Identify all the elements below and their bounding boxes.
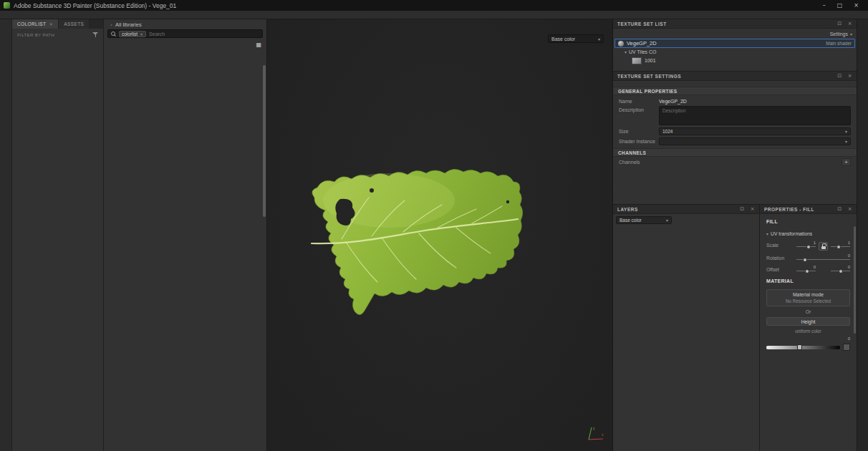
properties-panel: PROPERTIES - FILL ⊡ × FILL ▾ UV transfor… (760, 205, 857, 451)
filter-by-path-row: FILTER BY PATH (12, 29, 103, 39)
channels-header: CHANNELS (613, 148, 857, 157)
float-panel-icon[interactable]: ⊡ (837, 73, 842, 79)
search-filter-chip[interactable]: colorlist × (119, 31, 146, 37)
channels-label-row: Channels + (613, 157, 857, 168)
chevron-down-icon: ▾ (850, 31, 852, 37)
layers-toolbar: Base color ▾ (613, 214, 759, 226)
tab-assets-label: ASSETS (64, 21, 84, 26)
rotation-label: Rotation (766, 256, 794, 261)
or-label: Or (766, 309, 850, 314)
height-gradient-slider[interactable] (766, 346, 840, 349)
offset-y-slider[interactable] (831, 271, 850, 271)
search-placeholder: Search (149, 31, 165, 37)
uv-tiles-group[interactable]: ▾ UV Tiles CO (613, 48, 857, 56)
chip-close-icon[interactable]: × (140, 31, 143, 37)
tool-strip (0, 19, 12, 451)
texture-set-list-header: TEXTURE SET LIST ⊡ × (613, 19, 857, 29)
height-slider-value[interactable]: 0 (766, 336, 850, 341)
viewport-channel-select[interactable]: Base color ▾ (548, 34, 604, 43)
colorlist-panel: COLORLIST × ASSETS FILTER BY PATH (12, 19, 104, 451)
general-properties-form: Name VegeGP_2D Description Description S… (613, 95, 857, 147)
general-properties-header: GENERAL PROPERTIES (613, 87, 857, 95)
uv-transformations-toggle[interactable]: ▾ UV transformations (766, 230, 850, 236)
viewport-toolbar (267, 19, 612, 31)
texture-set-toolbar: Settings ▾ (613, 29, 857, 39)
layers-channel-select[interactable]: Base color ▾ (616, 216, 672, 224)
description-field[interactable]: Description (659, 106, 851, 125)
offset-x-slider[interactable] (796, 271, 816, 271)
float-panel-icon[interactable]: ⊡ (837, 206, 842, 212)
chip-label: colorlist (122, 31, 138, 37)
tab-colorlist[interactable]: COLORLIST × (12, 19, 59, 29)
scale-y-value[interactable]: 1 (831, 241, 850, 245)
app-window: Adobe Substance 3D Painter (Substance Ed… (0, 0, 868, 451)
svg-text:y: y (593, 426, 595, 430)
uniform-color-label: uniform color (766, 329, 850, 334)
close-button[interactable]: × (854, 2, 859, 9)
size-select[interactable]: 1024 ▾ (659, 127, 851, 135)
scale-lock-button[interactable] (819, 242, 828, 251)
texture-set-settings-dropdown[interactable]: Settings ▾ (830, 31, 852, 37)
no-resource-hint: No Resource Selected (768, 299, 848, 304)
layers-panel: LAYERS ⊡ × Base color ▾ (613, 205, 760, 451)
slider-handle[interactable] (839, 269, 843, 273)
leaf-model[interactable] (303, 159, 525, 324)
assets-grid (104, 49, 266, 451)
name-field[interactable]: VegeGP_2D (659, 97, 687, 104)
shader-name: Main shader (826, 41, 852, 46)
filter-icon[interactable] (92, 32, 98, 37)
assets-scrollbar[interactable] (263, 65, 266, 217)
chevron-down-icon: ▾ (845, 139, 847, 144)
bottom-panels: LAYERS ⊡ × Base color ▾ (613, 205, 857, 451)
material-mode-box[interactable]: Material mode No Resource Selected (766, 289, 850, 306)
uv-tile-item[interactable]: 1001 (613, 56, 857, 65)
texture-set-item[interactable]: VegeGP_2D Main shader (614, 39, 855, 48)
panel-title: LAYERS (617, 207, 638, 212)
shader-instance-label: Shader Instance (619, 137, 656, 144)
grid-view-toggle-icon[interactable]: ▦ (256, 42, 261, 48)
add-channel-button[interactable]: + (842, 158, 851, 166)
scale-x-slider[interactable] (796, 246, 816, 247)
uv-tiles-label: UV Tiles CO (629, 49, 657, 54)
close-panel-icon[interactable]: × (848, 73, 852, 79)
properties-scrollbar[interactable] (854, 226, 856, 334)
slider-handle[interactable] (805, 269, 809, 273)
rotation-slider[interactable] (796, 259, 850, 260)
window-controls: – □ × (823, 2, 864, 9)
uv-transformations-label: UV transformations (771, 231, 812, 236)
scale-y-slider[interactable] (831, 246, 850, 247)
float-panel-icon[interactable]: ⊡ (837, 21, 842, 26)
menubar (0, 11, 868, 19)
search-icon (111, 31, 116, 37)
close-panel-icon[interactable]: × (848, 21, 852, 26)
left-panel-tabs: COLORLIST × ASSETS (12, 19, 103, 29)
close-panel-icon[interactable]: × (848, 206, 852, 212)
breadcrumb-label[interactable]: All libraries (115, 21, 142, 28)
tab-assets[interactable]: ASSETS (59, 19, 90, 29)
maximize-button[interactable]: □ (837, 2, 843, 9)
scale-x-value[interactable]: 1 (796, 241, 816, 245)
tab-colorlist-label: COLORLIST (17, 21, 46, 26)
shader-instance-select[interactable]: ▾ (659, 137, 851, 145)
slider-handle[interactable] (797, 344, 802, 350)
assets-search-row: colorlist × Search (104, 29, 266, 39)
close-panel-icon[interactable]: × (751, 206, 755, 212)
slider-handle[interactable] (836, 245, 841, 249)
library-tree (12, 39, 103, 42)
minimize-button[interactable]: – (823, 2, 826, 9)
search-input[interactable]: colorlist × Search (107, 29, 263, 38)
chevron-down-icon: ▾ (845, 129, 847, 134)
size-value: 1024 (662, 129, 672, 134)
float-panel-icon[interactable]: ⊡ (740, 206, 744, 212)
slider-handle[interactable] (803, 258, 807, 262)
breadcrumb-chevron-icon: › (110, 21, 112, 28)
height-channel-section[interactable]: Height (766, 317, 850, 326)
slider-handle[interactable] (806, 245, 811, 249)
viewport[interactable]: Base color ▾ (267, 19, 613, 451)
properties-body: FILL ▾ UV transformations Scale 1 1 (760, 214, 857, 354)
titlebar: Adobe Substance 3D Painter (Substance Ed… (0, 0, 868, 11)
app-icon (4, 2, 10, 9)
scale-label: Scale (766, 243, 794, 248)
height-value-swatch[interactable] (843, 344, 850, 351)
tab-close-icon[interactable]: × (49, 21, 53, 27)
